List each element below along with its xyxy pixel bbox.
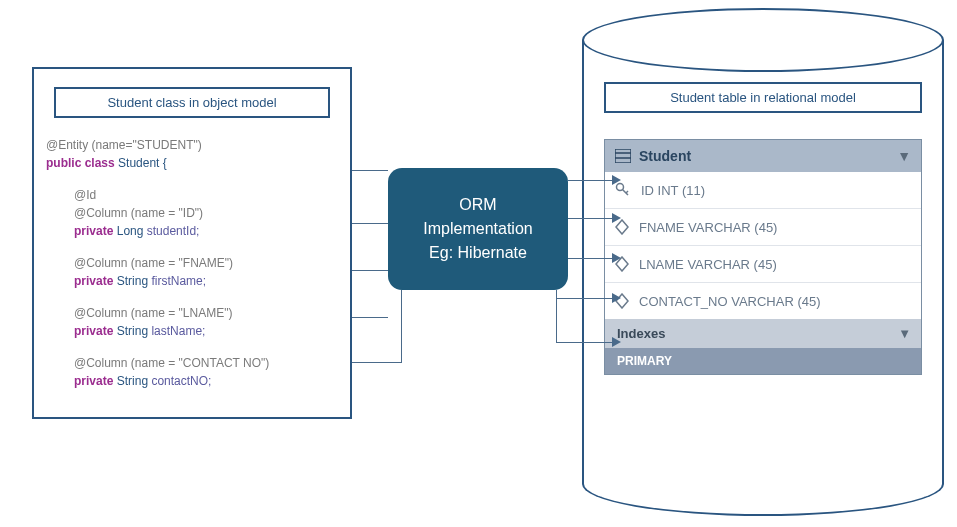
column-label: CONTACT_NO VARCHAR (45): [639, 294, 821, 309]
code-panel: Student class in object model @Entity (n…: [32, 67, 352, 419]
arrow-icon: [612, 253, 621, 263]
field-declaration: private String lastName;: [74, 322, 338, 340]
table-column-row: FNAME VARCHAR (45): [605, 209, 921, 246]
field-annotation: @Column (name = "FNAME"): [74, 254, 338, 272]
field-annotation: @Column (name = "ID"): [74, 204, 338, 222]
svg-rect-0: [615, 149, 631, 163]
cylinder-content: Student table in relational model Studen…: [604, 82, 922, 375]
cylinder-top: [582, 8, 944, 72]
connector-line: [352, 223, 388, 224]
connector-line: [568, 258, 614, 259]
field-block: @Column (name = "LNAME")private String l…: [46, 304, 338, 340]
connector-vertical: [556, 290, 557, 342]
table-column-row: CONTACT_NO VARCHAR (45): [605, 283, 921, 319]
chevron-down-icon: ▼: [898, 326, 911, 341]
field-declaration: private Long studentId;: [74, 222, 338, 240]
connector-line: [556, 298, 614, 299]
arrow-icon: [612, 213, 621, 223]
arrow-icon: [612, 175, 621, 185]
column-label: ID INT (11): [641, 183, 705, 198]
class-declaration: public class Student {: [46, 154, 338, 172]
field-block: @Column (name = "FNAME")private String f…: [46, 254, 338, 290]
connector-vertical: [401, 290, 402, 362]
table-icon: [615, 149, 631, 163]
primary-index: PRIMARY: [605, 348, 921, 374]
database-cylinder: Student table in relational model Studen…: [582, 8, 944, 516]
orm-line3: Eg: Hibernate: [429, 241, 527, 265]
field-block: @Id@Column (name = "ID")private Long stu…: [46, 186, 338, 240]
connector-line: [352, 362, 402, 363]
table-column-row: LNAME VARCHAR (45): [605, 246, 921, 283]
table-name: Student: [639, 148, 691, 164]
arrow-icon: [612, 337, 621, 347]
db-table-widget: Student ▼ ID INT (11)FNAME VARCHAR (45)L…: [604, 139, 922, 375]
indexes-section: Indexes ▼: [605, 319, 921, 348]
chevron-down-icon: ▼: [897, 148, 911, 164]
cylinder-bottom: [582, 452, 944, 516]
field-annotation: @Column (name = "CONTACT NO"): [74, 354, 338, 372]
db-panel-title: Student table in relational model: [604, 82, 922, 113]
orm-line1: ORM: [459, 193, 496, 217]
entity-declaration: @Entity (name="STUDENT") public class St…: [46, 136, 338, 172]
code-panel-title: Student class in object model: [54, 87, 330, 118]
connector-line: [568, 180, 614, 181]
connector-line: [352, 317, 388, 318]
arrow-icon: [612, 293, 621, 303]
svg-line-5: [626, 191, 628, 193]
column-label: FNAME VARCHAR (45): [639, 220, 777, 235]
entity-annotation: @Entity (name="STUDENT"): [46, 136, 338, 154]
orm-line2: Implementation: [423, 217, 532, 241]
orm-diagram: Student class in object model @Entity (n…: [0, 0, 957, 527]
table-header: Student ▼: [605, 140, 921, 172]
table-column-row: ID INT (11): [605, 172, 921, 209]
field-annotation: @Column (name = "LNAME"): [74, 304, 338, 322]
connector-line: [556, 342, 614, 343]
field-block: @Column (name = "CONTACT NO")private Str…: [46, 354, 338, 390]
field-declaration: private String contactNO;: [74, 372, 338, 390]
connector-line: [568, 218, 614, 219]
orm-box: ORM Implementation Eg: Hibernate: [388, 168, 568, 290]
column-label: LNAME VARCHAR (45): [639, 257, 777, 272]
connector-line: [352, 270, 388, 271]
field-declaration: private String firstName;: [74, 272, 338, 290]
field-annotation: @Id: [74, 186, 338, 204]
connector-line: [352, 170, 388, 171]
